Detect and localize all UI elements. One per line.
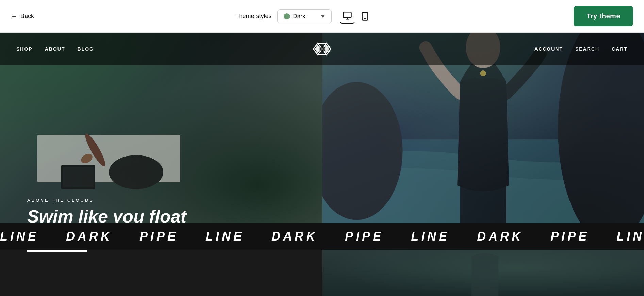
store-nav-left: SHOP ABOUT BLOG: [16, 46, 94, 52]
nav-account[interactable]: ACCOUNT: [534, 46, 563, 52]
bottom-section: [0, 250, 644, 296]
nav-shop[interactable]: SHOP: [16, 46, 33, 52]
marquee-word: LINE: [616, 229, 644, 244]
nav-blog[interactable]: BLOG: [77, 46, 94, 52]
marquee-word: PIPE: [345, 229, 384, 244]
marquee-word: LINE: [411, 229, 450, 244]
theme-dropdown[interactable]: Dark ▼: [277, 9, 332, 23]
hero-subtitle: ABOVE THE CLOUDS: [27, 198, 186, 203]
svg-point-2: [364, 18, 365, 19]
bottom-left-panel: [0, 250, 322, 296]
theme-color-dot: [284, 13, 290, 19]
theme-styles-label: Theme styles: [235, 13, 272, 20]
bottom-figure: [451, 250, 519, 296]
try-theme-button[interactable]: Try theme: [574, 6, 633, 26]
nav-about[interactable]: ABOUT: [45, 46, 65, 52]
marquee-word: PIPE: [550, 229, 589, 244]
nav-search[interactable]: SEARCH: [575, 46, 599, 52]
bottom-right-panel: [322, 250, 644, 296]
device-icons: [340, 9, 373, 24]
store-nav-right: ACCOUNT SEARCH CART: [534, 46, 628, 52]
svg-rect-8: [63, 167, 94, 187]
back-label: Back: [20, 13, 34, 20]
svg-point-13: [480, 70, 486, 76]
back-arrow-icon: ←: [11, 12, 18, 20]
back-button[interactable]: ← Back: [11, 12, 34, 20]
theme-selected-label: Dark: [293, 13, 317, 20]
desktop-icon[interactable]: [340, 9, 355, 24]
svg-rect-0: [343, 12, 351, 18]
marquee-word: DARK: [66, 229, 112, 244]
marquee-word: LINE: [0, 229, 39, 244]
hero-left-decoration: [27, 94, 197, 203]
store-logo: [310, 39, 334, 59]
marquee-track: LINE DARK PIPE LINE DARK PIPE LINE DARK …: [0, 229, 644, 244]
mobile-icon[interactable]: [358, 9, 373, 24]
marquee-word: PIPE: [139, 229, 178, 244]
marquee-word: LINE: [205, 229, 244, 244]
marquee-bar: LINE DARK PIPE LINE DARK PIPE LINE DARK …: [0, 223, 644, 250]
marquee-word: DARK: [271, 229, 318, 244]
nav-cart[interactable]: CART: [612, 46, 628, 52]
top-bar: ← Back Theme styles Dark ▼ Try theme: [0, 0, 644, 33]
store-nav: SHOP ABOUT BLOG ACCOUNT SEARCH: [0, 33, 644, 65]
chevron-down-icon: ▼: [320, 14, 325, 19]
marquee-word: DARK: [477, 229, 523, 244]
preview-area: SHOP ABOUT BLOG ACCOUNT SEARCH: [0, 33, 644, 296]
